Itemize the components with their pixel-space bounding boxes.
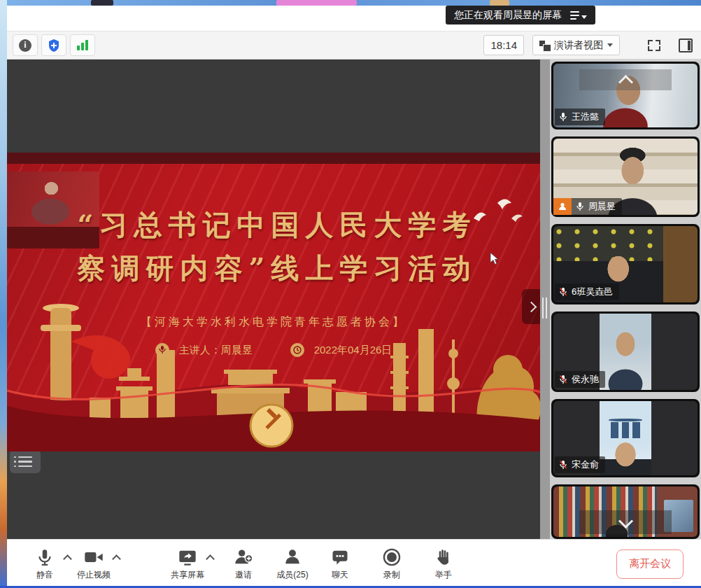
view-mode-label: 演讲者视图 [554, 39, 603, 52]
participant-label: 周晨昱 [553, 198, 622, 215]
shield-plus-icon [48, 38, 60, 52]
desktop-taskbar-item [490, 0, 509, 6]
slide-top-band [7, 153, 540, 164]
chevron-down-icon [607, 43, 613, 47]
banner-menu-button[interactable] [570, 11, 587, 20]
participant-name: 6班吴垚邑 [572, 286, 613, 298]
slide-title: “习总书记中国人民大学考 察调研内容”线上学习活动 [28, 203, 526, 290]
slide-title-line2: 察调研内容”线上学习活动 [28, 246, 526, 290]
stop-video-button[interactable]: 停止视频 [77, 547, 111, 581]
share-screen-icon [178, 547, 197, 567]
menu-lines-icon [570, 11, 579, 20]
desktop-background-strip [0, 0, 701, 6]
mute-options-chevron[interactable] [63, 553, 73, 563]
video-scene-detail [611, 422, 639, 438]
time-value: 18:14 [490, 39, 517, 51]
presenter-badge-icon [553, 198, 572, 215]
mic-muted-icon [559, 374, 567, 384]
mute-button[interactable]: 静音 [28, 547, 62, 581]
participant-label: 宋金俞 [555, 456, 605, 473]
participant-name: 王浩懿 [572, 111, 599, 123]
security-button[interactable] [41, 34, 66, 56]
drag-handle[interactable] [542, 298, 544, 318]
video-options-chevron[interactable] [112, 553, 122, 563]
slide-bottom-artwork [7, 301, 540, 451]
meeting-controls-bar: 静音 停止视频 共享屏幕 [7, 539, 701, 588]
participant-tile[interactable]: 宋金俞 [551, 399, 700, 477]
chevron-down-icon [581, 15, 587, 19]
record-label: 录制 [383, 569, 400, 581]
meeting-info-button[interactable]: i [13, 34, 38, 56]
mic-on-icon [559, 112, 567, 122]
participants-sidebar: 王浩懿 周晨昱 [550, 59, 701, 539]
signal-bars-icon [77, 40, 88, 50]
network-status-button[interactable] [70, 34, 95, 56]
mic-muted-icon [559, 460, 567, 470]
speaker-name-label: 主讲人：周晨昱 [179, 344, 253, 357]
leave-meeting-button[interactable]: 离开会议 [616, 550, 684, 579]
layout-panel-button[interactable] [679, 38, 693, 52]
participant-label: 王浩懿 [555, 108, 605, 125]
mute-label: 静音 [36, 569, 53, 581]
participant-tile[interactable] [551, 484, 700, 539]
slide-date-label: 2022年04月26日 [314, 344, 392, 357]
fullscreen-button[interactable] [648, 40, 660, 51]
desktop-background-strip [0, 0, 7, 588]
chevron-down-icon [618, 513, 632, 528]
shared-screen-area: “习总书记中国人民大学考 察调研内容”线上学习活动 【河海大学水利水电学院青年志… [7, 59, 540, 539]
mic-on-icon [576, 202, 584, 211]
speaker-view-icon [539, 41, 550, 50]
desktop-taskbar-item [91, 0, 113, 6]
participant-label: 侯永驰 [555, 371, 605, 388]
clock-badge-icon [290, 343, 304, 357]
participant-tile[interactable]: 周晨昱 [551, 136, 700, 217]
share-screen-label: 共享屏幕 [171, 569, 204, 581]
microphone-icon [36, 547, 54, 567]
watching-screen-text: 您正在观看周晨昱的屏幕 [454, 9, 562, 22]
stop-video-label: 停止视频 [77, 569, 111, 581]
leave-meeting-label: 离开会议 [629, 557, 671, 570]
members-icon [283, 547, 302, 567]
share-screen-button[interactable]: 共享屏幕 [171, 547, 204, 581]
participant-tile[interactable]: 6班吴垚邑 [551, 224, 700, 304]
mic-muted-icon [559, 287, 567, 297]
chat-button[interactable]: 聊天 [323, 547, 357, 581]
info-icon: i [19, 39, 31, 52]
meeting-time: 18:14 [483, 35, 524, 55]
chat-icon [330, 547, 350, 567]
record-icon [382, 547, 402, 567]
chat-label: 聊天 [332, 569, 348, 581]
window-titlebar: 您正在观看周晨昱的屏幕 [7, 6, 701, 31]
members-label: 成员(25) [276, 569, 308, 581]
members-button[interactable]: 成员(25) [276, 547, 309, 581]
list-icon [18, 456, 32, 468]
expand-panel-button[interactable] [522, 289, 540, 324]
panel-divider[interactable] [540, 59, 550, 539]
invite-person-icon [234, 547, 253, 567]
scroll-up-button[interactable] [579, 69, 672, 90]
view-mode-dropdown[interactable]: 演讲者视图 [532, 35, 620, 55]
participant-name: 侯永驰 [572, 373, 599, 386]
meeting-app-window: 您正在观看周晨昱的屏幕 i 18 [0, 0, 701, 588]
raise-hand-label: 举手 [435, 569, 452, 581]
raise-hand-button[interactable]: 举手 [427, 547, 460, 581]
annotation-list-button[interactable] [10, 450, 41, 473]
chevron-up-icon [618, 74, 632, 89]
participant-video [553, 486, 698, 537]
raised-hand-icon [434, 547, 453, 567]
invite-button[interactable]: 邀请 [227, 547, 260, 581]
mic-badge-icon [155, 343, 169, 357]
participant-name: 宋金俞 [572, 458, 599, 471]
participant-tile[interactable]: 侯永驰 [551, 312, 700, 392]
record-button[interactable]: 录制 [375, 547, 409, 581]
share-options-chevron[interactable] [206, 553, 215, 563]
desktop-taskbar-item [276, 0, 357, 6]
meeting-toolbar: i 18:14 演讲者视图 [7, 31, 701, 59]
scroll-down-button[interactable] [579, 510, 672, 534]
participant-name: 周晨昱 [588, 200, 616, 213]
participant-tile[interactable]: 王浩懿 [551, 62, 700, 130]
mouse-cursor [490, 252, 500, 266]
camera-icon [83, 547, 104, 567]
doves-icon [465, 195, 528, 233]
invite-label: 邀请 [235, 569, 252, 581]
